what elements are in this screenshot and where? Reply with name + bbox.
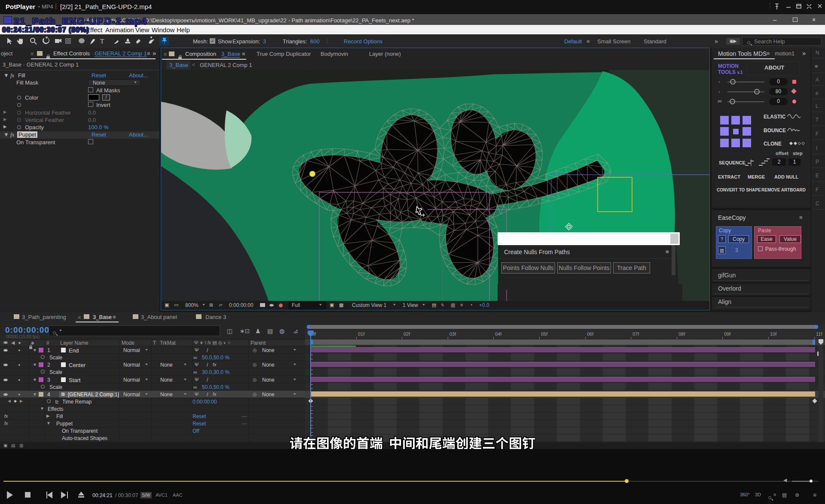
svg-text:ELASTIC: ELASTIC: [764, 114, 786, 120]
svg-text:T: T: [100, 38, 104, 45]
svg-text:BOUNCE: BOUNCE: [764, 128, 786, 134]
svg-text:CLONE: CLONE: [764, 141, 782, 147]
